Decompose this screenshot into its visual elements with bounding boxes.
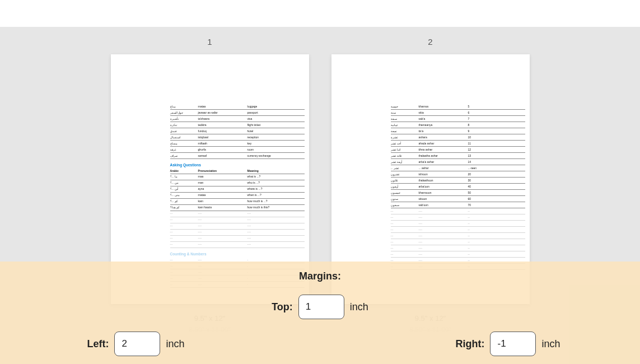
table-row: ----------- xyxy=(170,217,305,223)
table-row: كم هذا؟kam haazahow much is this? xyxy=(170,205,305,211)
table-row: غرفةghurfaroom xyxy=(170,147,305,153)
table-row: ما ...؟maawhat is ...? xyxy=(170,174,305,180)
margin-left-label: Left: xyxy=(87,338,109,350)
table-row: خمسةkhamsa5 xyxy=(391,104,525,110)
table-header: ArabicPronunciationMeaning xyxy=(170,169,305,174)
page-number-2: 2 xyxy=(428,37,432,46)
margin-top-field: Top: inch xyxy=(272,295,368,319)
section-title: Asking Questions xyxy=(170,164,309,167)
table-row: ... عشر... ashar...-teen xyxy=(391,165,525,171)
margin-top-label: Top: xyxy=(272,301,293,313)
table-row: ----------- xyxy=(170,223,305,230)
table-row: عشرونishroon20 xyxy=(391,171,525,178)
table-row: --------- xyxy=(391,221,525,227)
table-row: --------- xyxy=(391,245,525,251)
table-row: أحد عشرahada ashar11 xyxy=(391,141,525,147)
table-row: صرافsarraafcurrency exchange xyxy=(170,153,305,159)
page-1-content: متاعmataaluggageجواز السفرjawaaz as-safa… xyxy=(111,104,309,288)
table-row: سبعةsab'a7 xyxy=(391,116,525,122)
margin-left-input[interactable] xyxy=(114,332,160,356)
table-row: سبعونsab'oon70 xyxy=(391,202,525,208)
table-row: ----------- xyxy=(170,211,305,217)
table-row: استقبالistiqbaalreception xyxy=(170,134,305,141)
margin-top-unit: inch xyxy=(350,301,368,313)
table-row: خمسونkhamsoon50 xyxy=(391,190,525,196)
margin-right-input[interactable] xyxy=(490,332,536,356)
table-row: متاعmataaluggage xyxy=(170,104,305,110)
margin-right-unit: inch xyxy=(541,338,560,350)
margin-right-field: Right: inch xyxy=(456,332,560,356)
page-2-content: خمسةkhamsa5ستةsitta6سبعةsab'a7ثمانيةtham… xyxy=(331,104,530,270)
top-whitespace xyxy=(0,0,640,27)
table-row: ----------- xyxy=(170,236,305,242)
table-row: فندقfunduqhotel xyxy=(170,128,305,134)
margin-top-input[interactable] xyxy=(298,295,344,319)
table-row: من ...؟manwho is ...? xyxy=(170,180,305,186)
table-row: تسعةtis'a9 xyxy=(391,128,525,134)
table-row: ستونsittoon60 xyxy=(391,196,525,202)
table-row: --------- xyxy=(391,239,525,245)
margin-left-field: Left: inch xyxy=(87,332,184,356)
table-row: ثلاثة عشرthalaatha ashar13 xyxy=(391,153,525,159)
section-title: Counting & Numbers xyxy=(170,253,309,256)
table-row: مفتاحmiftaahkey xyxy=(170,141,305,147)
table-row: ثلاثونthalaathoon30 xyxy=(391,178,525,184)
preview-area: 1 متاعmataaluggageجواز السفرjawaaz as-sa… xyxy=(0,27,640,364)
table-row: جواز السفرjawaaz as-safarpassport xyxy=(170,110,305,116)
table-row: --------- xyxy=(391,233,525,239)
table-row: ثمانيةthamaanya8 xyxy=(391,122,525,128)
table-row: --------- xyxy=(391,208,525,214)
page-number-1: 1 xyxy=(207,37,212,46)
margins-title: Margins: xyxy=(263,270,377,282)
table-row: أين ...؟aynawhere is ...? xyxy=(170,186,305,193)
margin-right-label: Right: xyxy=(456,338,485,350)
table-row: --------- xyxy=(391,227,525,233)
table-row: --------- xyxy=(391,251,525,258)
margin-left-unit: inch xyxy=(166,338,184,350)
table-row: عشرةashara10 xyxy=(391,134,525,141)
table-row: كم ...؟kamhow much is ...? xyxy=(170,199,305,205)
table-row: --------- xyxy=(391,214,525,221)
margins-panel: Margins: Top: inch Left: inch Right: inc… xyxy=(0,262,640,364)
table-row: ----------- xyxy=(170,230,305,236)
table-row: تأشيرةta'sheeravisa xyxy=(170,116,305,122)
table-row: متى ...؟mataawhen is ...? xyxy=(170,193,305,199)
table-row: ----------- xyxy=(170,242,305,248)
table-row: ستةsitta6 xyxy=(391,110,525,116)
table-row: أربعونarba'oon40 xyxy=(391,184,525,190)
table-row: اثنا عشرithna ashar12 xyxy=(391,147,525,153)
table-row: أربعة عشرarba'a ashar14 xyxy=(391,159,525,165)
table-row: تذكرةtedkiraflight ticket xyxy=(170,122,305,128)
